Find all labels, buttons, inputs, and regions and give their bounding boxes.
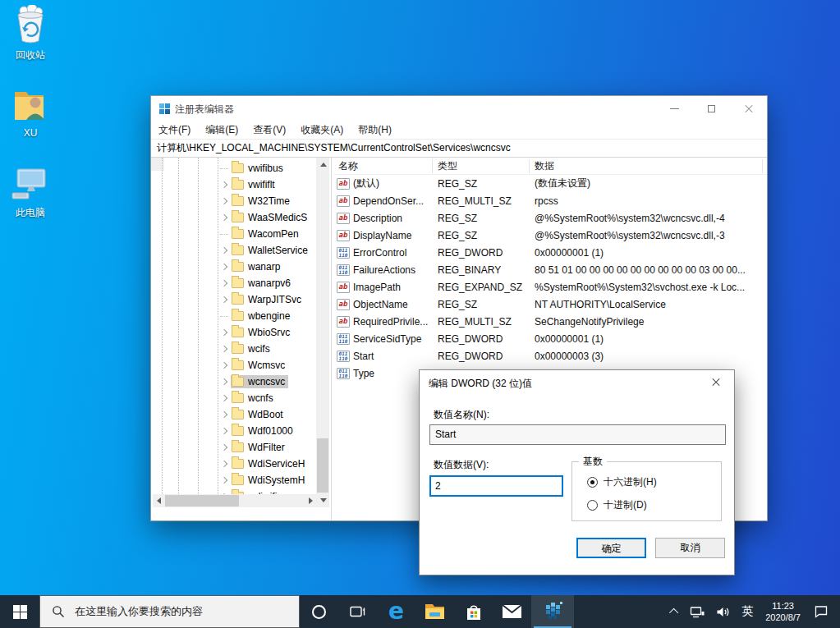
dword-value-icon: 011110 — [337, 351, 350, 362]
chevron-right-icon[interactable] — [220, 213, 231, 223]
chevron-right-icon[interactable] — [220, 377, 231, 387]
radio-selected-icon[interactable] — [587, 477, 598, 488]
edge-button[interactable]: e — [377, 595, 415, 628]
tree-item-wanarpv6[interactable]: wanarpv6 — [151, 275, 316, 291]
tree-item-wbengine[interactable]: wbengine — [151, 308, 316, 324]
chevron-right-icon[interactable] — [220, 410, 231, 420]
pane-splitter[interactable] — [331, 158, 332, 520]
tree-vertical-scrollbar[interactable] — [316, 158, 329, 507]
ime-indicator[interactable]: 英 — [736, 595, 759, 628]
taskbar-search-box[interactable]: 在这里输入你要搜索的内容 — [39, 595, 300, 628]
tree-item-wcifs[interactable]: wcifs — [151, 341, 316, 357]
scroll-left-icon[interactable] — [157, 497, 161, 504]
chevron-right-icon[interactable] — [220, 278, 231, 289]
chevron-right-icon[interactable] — [220, 196, 231, 207]
tree-item-waasmedic[interactable]: WaaSMedicS — [151, 209, 316, 226]
menu-help[interactable]: 帮助(H) — [351, 121, 399, 140]
column-header-type[interactable]: 类型 — [433, 159, 530, 173]
value-row-failureactions[interactable]: 011110FailureActionsREG_BINARY80 51 01 0… — [333, 261, 767, 278]
action-center-button[interactable] — [807, 595, 840, 628]
network-tray-button[interactable] — [684, 595, 710, 628]
chevron-right-icon[interactable] — [220, 262, 231, 273]
chevron-right-icon[interactable] — [220, 459, 231, 470]
tree-item-wbiosrvc[interactable]: WbioSrvc — [151, 324, 316, 341]
value-row-default[interactable]: ab(默认)REG_SZ(数值未设置) — [333, 175, 767, 192]
tree-item-wcmsvc[interactable]: Wcmsvc — [151, 357, 316, 374]
tree-item-warpjitsvc[interactable]: WarpJITSvc — [151, 291, 316, 308]
value-name-field[interactable]: Start — [429, 424, 726, 445]
radio-decimal[interactable]: 十进制(D) — [587, 498, 647, 512]
chevron-right-icon[interactable] — [220, 344, 231, 355]
desktop-icon-recycle-bin[interactable]: 回收站 — [2, 5, 59, 62]
dialog-title-bar[interactable]: 编辑 DWORD (32 位)值 — [420, 370, 734, 395]
title-bar[interactable]: 注册表编辑器 — [151, 96, 767, 121]
tree-item-walletservice[interactable]: WalletService — [151, 242, 316, 259]
radio-unselected-icon[interactable] — [587, 500, 598, 511]
regedit-taskbar-button-active[interactable] — [531, 595, 574, 628]
scrollbar-thumb[interactable] — [165, 495, 239, 507]
start-button[interactable] — [0, 595, 39, 628]
value-row-dependonservice[interactable]: abDependOnSer...REG_MULTI_SZrpcss — [333, 192, 767, 209]
value-row-displayname[interactable]: abDisplayNameREG_SZ@%SystemRoot%\system3… — [333, 227, 767, 244]
scroll-up-icon[interactable] — [320, 163, 327, 167]
value-row-objectname[interactable]: abObjectNameREG_SZNT AUTHORITY\LocalServ… — [333, 296, 767, 313]
value-data-input[interactable]: 2 — [429, 475, 563, 497]
volume-tray-button[interactable] — [710, 595, 736, 628]
tree-item-wcncsvc[interactable]: wcncsvc — [151, 374, 316, 390]
chevron-right-icon[interactable] — [220, 442, 231, 453]
taskbar-clock[interactable]: 11:23 2020/8/7 — [759, 600, 807, 623]
chevron-right-icon[interactable] — [220, 295, 231, 305]
value-row-description[interactable]: abDescriptionREG_SZ@%SystemRoot%\system3… — [333, 209, 767, 227]
tree-item-wdboot[interactable]: WdBoot — [151, 406, 316, 423]
ok-button[interactable]: 确定 — [576, 538, 646, 558]
menu-view[interactable]: 查看(V) — [246, 121, 293, 140]
menu-edit[interactable]: 编辑(E) — [198, 121, 246, 140]
tree-item-wcnfs[interactable]: wcnfs — [151, 390, 316, 406]
menu-favorites[interactable]: 收藏夹(A) — [293, 121, 351, 140]
task-view-button[interactable] — [338, 595, 377, 628]
dialog-close-button[interactable] — [697, 370, 734, 394]
chevron-right-icon[interactable] — [220, 393, 231, 404]
chevron-right-icon[interactable] — [220, 328, 231, 338]
tree-item-vwifibus[interactable]: vwifibus — [151, 160, 316, 176]
scrollbar-thumb[interactable] — [317, 438, 328, 493]
microsoft-store-button[interactable] — [454, 595, 493, 628]
tree-item-wanarp[interactable]: wanarp — [151, 259, 316, 275]
mail-button[interactable] — [493, 595, 531, 628]
tree-item-wdf01000[interactable]: Wdf01000 — [151, 423, 316, 439]
chevron-right-icon[interactable] — [220, 180, 231, 190]
cancel-button[interactable]: 取消 — [655, 538, 725, 558]
tree-item-w32time[interactable]: W32Time — [151, 193, 316, 209]
tree-item-wdisystemhost[interactable]: WdiSystemH — [151, 472, 316, 488]
cortana-button[interactable] — [300, 595, 338, 628]
tree-item-vwififlt[interactable]: vwififlt — [151, 176, 316, 193]
maximize-button[interactable] — [693, 96, 730, 121]
file-explorer-button[interactable] — [415, 595, 454, 628]
chevron-right-icon[interactable] — [220, 245, 231, 256]
chevron-right-icon[interactable] — [220, 475, 231, 486]
desktop-icon-this-pc[interactable]: 此电脑 — [2, 167, 59, 220]
value-row-requiredprivileges[interactable]: abRequiredPrivile...REG_MULTI_SZSeChange… — [333, 313, 767, 330]
registry-address-bar[interactable]: 计算机\HKEY_LOCAL_MACHINE\SYSTEM\CurrentCon… — [151, 139, 767, 158]
value-row-imagepath[interactable]: abImagePathREG_EXPAND_SZ%SystemRoot%\Sys… — [333, 278, 767, 296]
radio-hexadecimal[interactable]: 十六进制(H) — [587, 475, 657, 489]
scroll-down-icon[interactable] — [320, 498, 327, 502]
chevron-right-icon[interactable] — [220, 426, 231, 437]
tree-horizontal-scrollbar[interactable] — [153, 494, 317, 507]
tree-item-wdfilter[interactable]: WdFilter — [151, 439, 316, 456]
tree-item-wdiservicehost[interactable]: WdiServiceH — [151, 456, 316, 472]
folder-icon — [232, 180, 244, 190]
column-header-data[interactable]: 数据 — [530, 159, 763, 173]
minimize-button[interactable] — [656, 96, 693, 121]
scroll-right-icon[interactable] — [309, 497, 313, 504]
desktop-icon-user-folder[interactable]: XU — [2, 89, 59, 139]
column-header-name[interactable]: 名称 — [333, 159, 433, 173]
value-row-start[interactable]: 011110StartREG_DWORD0x00000003 (3) — [333, 347, 767, 364]
tree-item-wacompen[interactable]: WacomPen — [151, 226, 316, 242]
close-button[interactable] — [730, 96, 767, 121]
value-row-errorcontrol[interactable]: 011110ErrorControlREG_DWORD0x00000001 (1… — [333, 244, 767, 261]
chevron-right-icon[interactable] — [220, 360, 231, 371]
menu-file[interactable]: 文件(F) — [151, 121, 198, 140]
value-row-servicesidtype[interactable]: 011110ServiceSidTypeREG_DWORD0x00000001 … — [333, 330, 767, 347]
tray-overflow-button[interactable] — [666, 595, 684, 628]
